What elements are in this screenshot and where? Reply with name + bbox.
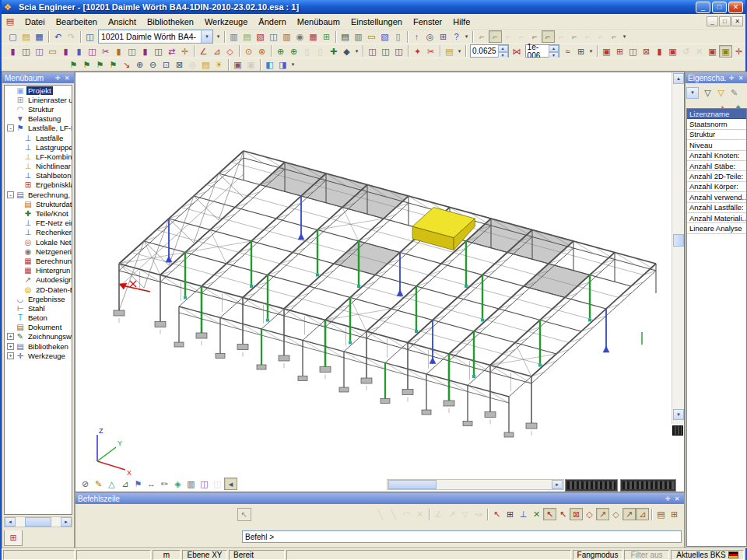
cross-section-icon[interactable]: ▧ [254,30,267,43]
hotkey-6-icon[interactable]: ⌐ [542,30,555,43]
zoom-in-icon[interactable]: ⊕ [133,58,146,71]
zoom-out-icon[interactable]: ⊖ [146,58,160,71]
hotkey-10-icon[interactable]: ⌐ [594,30,608,43]
hotkey-5-icon[interactable]: ⌐ [528,30,542,43]
support-8-icon[interactable]: ▣ [719,45,732,58]
minimize-button[interactable]: _ [696,2,710,13]
link-2-icon[interactable]: ⊗ [255,45,268,58]
draw-arc-icon[interactable]: ◠ [400,508,413,520]
property-row-anzahl-körper-[interactable]: Anzahl Körper: [687,182,746,192]
scroll-up-icon[interactable]: ▴ [673,73,684,84]
help-icon[interactable]: ? [450,30,463,43]
frame-icon[interactable]: ▦ [307,30,320,43]
mesh-view-icon[interactable]: ◈ [171,478,184,490]
tree-item-bibliotheken[interactable]: +▤Bibliotheken [5,341,72,351]
axes-view-icon[interactable]: ⊿ [118,478,132,490]
camera-off-icon[interactable]: ▣ [244,58,258,71]
add-member-icon[interactable]: ✚ [327,45,340,58]
title-bar[interactable]: ❖ Scia Engineer - [10201 Daimle Wörth BA… [2,0,745,14]
menubaum-tab[interactable]: ⊞ [4,530,23,546]
dustpan-icon[interactable]: ▤ [654,508,668,520]
load-panel-icon[interactable]: ⊞ [574,45,587,58]
dropdown-arrow-icon[interactable]: ▾ [621,30,628,43]
snap-nearest-icon[interactable]: ↗ [622,508,636,520]
support-5-icon[interactable]: ▮ [653,45,666,58]
pin-icon[interactable]: ✛ [53,74,62,82]
scroll-left-icon[interactable]: ◂ [5,517,16,527]
tree-item-stahl[interactable]: ⊢Stahl [5,303,72,313]
menu-datei[interactable]: Datei [19,16,51,28]
scroll-down-icon[interactable]: ▾ [673,409,684,420]
model-viewport[interactable]: ZXY ▴ ▾ ⊘✎△⊿⚑↔✏◈▥◫◫◂ ▸ [75,72,685,492]
menu-werkzeuge[interactable]: Werkzeuge [199,16,253,28]
abc-stamp-icon[interactable]: ✏ [158,478,171,490]
scroll-right-icon[interactable]: ▸ [552,480,563,489]
tree-item-stahlbeton-[interactable]: ⊥Stahlbeton- [5,171,72,180]
column-tool-6-icon[interactable]: ◫ [86,45,99,58]
viewport-vscrollbar[interactable]: ▴ ▾ [672,72,684,424]
collapse-box-icon[interactable]: - [7,124,14,131]
tree-item-werkzeuge[interactable]: +✛Werkzeuge [5,351,72,360]
view-z-icon[interactable]: ⚑ [93,58,107,71]
move-tool-icon[interactable]: ✛ [732,45,745,58]
hotkey-9-icon[interactable]: ⌐ [581,30,594,43]
spring-tool-icon[interactable]: ≈ [561,45,574,58]
status-ucs[interactable]: Aktuelles BKS [671,550,744,560]
sidebar-hscrollbar[interactable]: ◂ ▸ [4,516,72,527]
dropdown-arrow-icon[interactable]: ▾ [463,30,470,43]
open-icon[interactable]: ▤ [19,30,33,43]
draw-curve-icon[interactable]: ↝ [472,508,485,520]
tree-item-fe-netz-ein[interactable]: ⊥FE-Netz ein [5,219,72,228]
expand-box-icon[interactable]: + [7,343,14,350]
column-tool-10-icon[interactable]: ◫ [152,45,165,58]
print-icon[interactable]: ▤ [338,30,352,43]
scroll-right-icon[interactable]: ▸ [61,517,72,527]
property-row-niveau[interactable]: Niveau [687,140,746,150]
property-row-anzahl-verwend-[interactable]: Anzahl verwend... [687,192,746,202]
tree-item-ergebnisse[interactable]: ◡Ergebnisse [5,294,72,303]
mdi-document-icon[interactable]: ▤ [4,16,16,27]
property-row-anzahl-materiali-[interactable]: Anzahl Materiali... [687,213,746,223]
close-icon[interactable]: ✕ [736,74,745,82]
view-y-icon[interactable]: ⚑ [80,58,93,71]
status-unit[interactable]: m [153,550,181,560]
link-1-icon[interactable]: ⊙ [242,45,255,58]
mesh-setup-icon[interactable]: ◉ [293,30,307,43]
snap-intersection-icon[interactable]: ⊠ [570,508,583,520]
property-row-lineare-analyse[interactable]: Lineare Analyse [687,223,746,233]
column-tool-4-icon[interactable]: ▮ [59,45,72,58]
view-x-icon[interactable]: ⚑ [67,58,80,71]
hotkey-1-icon[interactable]: ⌐ [475,30,489,43]
close-icon[interactable]: ✕ [62,74,72,82]
cone-view-icon[interactable]: △ [105,478,118,490]
cut-tool-icon[interactable]: ✂ [99,45,112,58]
box-3d-icon[interactable]: ▧ [378,30,391,43]
command-input[interactable]: Befehl > [242,530,682,543]
project-combobox-dropdown[interactable]: ▾ [201,30,212,43]
tree-item-beton[interactable]: TBeton [5,313,72,323]
column-tool-9-icon[interactable]: ▮ [139,45,152,58]
menu-bearbeiten[interactable]: Bearbeiten [51,16,103,28]
column-tool-7-icon[interactable]: ▮ [112,45,125,58]
window-copy-1-icon[interactable]: ◫ [366,45,379,58]
spinner-up-icon[interactable]: ▴ [498,45,508,52]
dropdown-arrow-icon[interactable]: ▾ [215,30,222,43]
snap-extension-icon[interactable]: ⊿ [636,508,649,520]
save-icon[interactable]: ▦ [33,30,46,43]
export-icon[interactable]: ↑ [410,30,423,43]
tree-item-teile-knot[interactable]: ✚Teile/Knot [5,208,72,218]
zoom-window-icon[interactable]: ⊡ [160,58,173,71]
abc-move-icon[interactable]: ↔ [145,478,158,490]
dropdown-arrow-icon[interactable]: ▾ [353,45,360,58]
spread-tool-icon[interactable]: ✛ [178,45,191,58]
dropdown-arrow-icon[interactable]: ▾ [456,45,463,58]
snap-tangent-icon[interactable]: ◇ [609,508,622,520]
beam-tool-icon[interactable]: ▭ [46,45,59,58]
dimension-icon[interactable]: ▥ [184,478,198,490]
window-view-off-icon[interactable]: ◫ [211,478,224,490]
window-copy-3-icon[interactable]: ◫ [392,45,405,58]
node-tool-icon[interactable]: ◆ [340,45,353,58]
folder-tools-icon[interactable]: ▤ [443,45,456,58]
pin-icon[interactable]: ✛ [727,74,736,82]
tree-item-lastfälle[interactable]: ⊥Lastfälle [5,133,72,142]
